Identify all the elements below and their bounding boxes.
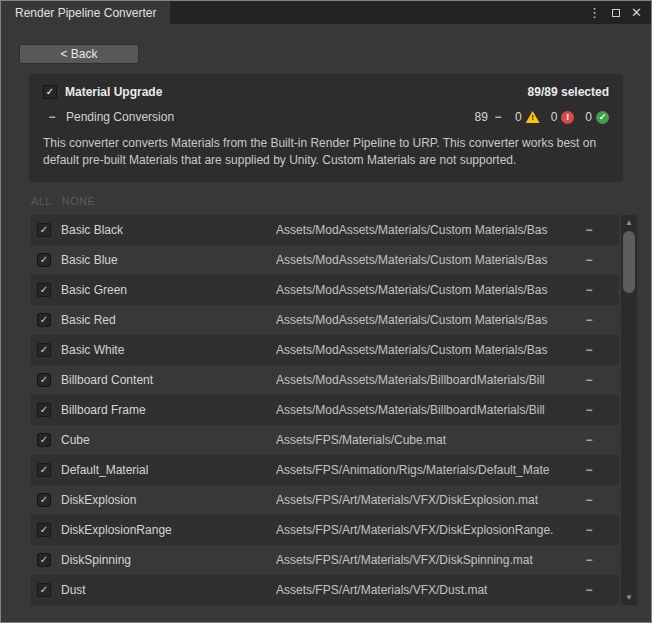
- warning-exclaim-glyph: !: [531, 113, 534, 123]
- material-row[interactable]: ✓ DiskExplosionRange Assets/FPS/Art/Mate…: [31, 515, 619, 545]
- row-status-icon: −: [569, 343, 609, 357]
- pending-label: Pending Conversion: [66, 110, 174, 124]
- success-check-glyph: ✓: [599, 113, 607, 122]
- row-checkbox[interactable]: ✓: [37, 313, 51, 327]
- list-controls: ALL NONE: [31, 195, 651, 207]
- material-row[interactable]: ✓ DiskExplosion Assets/FPS/Art/Materials…: [31, 485, 619, 515]
- material-path: Assets/ModAssets/Materials/Custom Materi…: [276, 253, 569, 267]
- row-checkbox[interactable]: ✓: [37, 403, 51, 417]
- status-counts: 89 − 0 ! 0 ! 0 ✓: [475, 110, 609, 124]
- titlebar-actions: ⋮ ✕: [586, 1, 651, 24]
- warning-icon: !: [526, 111, 540, 123]
- pending-count-group: 89 −: [475, 110, 504, 124]
- material-row[interactable]: ✓ Basic White Assets/ModAssets/Materials…: [31, 335, 619, 365]
- material-path: Assets/FPS/Animation/Rigs/Materials/Defa…: [276, 463, 569, 477]
- material-name: Billboard Frame: [61, 403, 276, 417]
- row-status-icon: −: [569, 283, 609, 297]
- back-button[interactable]: < Back: [19, 44, 139, 64]
- row-status-icon: −: [569, 253, 609, 267]
- material-path: Assets/FPS/Art/Materials/VFX/DiskExplosi…: [276, 523, 569, 537]
- pending-count: 89: [475, 110, 488, 124]
- scrollbar-track[interactable]: [621, 230, 637, 590]
- material-path: Assets/FPS/Art/Materials/VFX/DiskExplosi…: [276, 493, 569, 507]
- converter-panel: ✓ Material Upgrade 89/89 selected − Pend…: [29, 74, 623, 182]
- row-status-icon: −: [569, 493, 609, 507]
- kebab-menu-icon[interactable]: ⋮: [586, 4, 603, 22]
- row-checkbox[interactable]: ✓: [37, 433, 51, 447]
- material-path: Assets/ModAssets/Materials/Custom Materi…: [276, 283, 569, 297]
- material-row[interactable]: ✓ Basic Black Assets/ModAssets/Materials…: [31, 215, 619, 245]
- material-row[interactable]: ✓ DiskSpinning Assets/FPS/Art/Materials/…: [31, 545, 619, 575]
- row-checkbox[interactable]: ✓: [37, 373, 51, 387]
- window-title: Render Pipeline Converter: [15, 6, 156, 20]
- material-path: Assets/ModAssets/Materials/Custom Materi…: [276, 223, 569, 237]
- close-icon[interactable]: ✕: [628, 4, 645, 22]
- converter-header: ✓ Material Upgrade 89/89 selected: [43, 85, 609, 99]
- row-status-icon: −: [569, 433, 609, 447]
- material-name: Dust: [61, 583, 276, 597]
- material-row[interactable]: ✓ Cube Assets/FPS/Materials/Cube.mat −: [31, 425, 619, 455]
- success-icon: ✓: [596, 111, 609, 124]
- material-row[interactable]: ✓ Basic Green Assets/ModAssets/Materials…: [31, 275, 619, 305]
- converter-checkbox[interactable]: ✓: [43, 85, 57, 99]
- titlebar: Render Pipeline Converter ⋮ ✕: [1, 1, 651, 24]
- material-row[interactable]: ✓ Billboard Content Assets/ModAssets/Mat…: [31, 365, 619, 395]
- material-name: DiskSpinning: [61, 553, 276, 567]
- row-checkbox[interactable]: ✓: [37, 223, 51, 237]
- error-icon: !: [561, 111, 574, 124]
- error-count: 0: [551, 110, 558, 124]
- row-checkbox[interactable]: ✓: [37, 253, 51, 267]
- material-name: Basic Green: [61, 283, 276, 297]
- material-name: Cube: [61, 433, 276, 447]
- pending-minus-icon: −: [46, 110, 58, 124]
- row-status-icon: −: [569, 553, 609, 567]
- material-name: DiskExplosionRange: [61, 523, 276, 537]
- row-checkbox[interactable]: ✓: [37, 343, 51, 357]
- window-tab[interactable]: Render Pipeline Converter: [1, 1, 170, 24]
- row-status-icon: −: [569, 373, 609, 387]
- error-exclaim-glyph: !: [566, 113, 569, 122]
- row-checkbox[interactable]: ✓: [37, 523, 51, 537]
- error-count-group: 0 !: [551, 110, 575, 124]
- warning-count-group: 0 !: [515, 110, 540, 124]
- row-status-icon: −: [569, 313, 609, 327]
- select-none-button[interactable]: NONE: [62, 195, 95, 207]
- material-name: Billboard Content: [61, 373, 276, 387]
- warning-count: 0: [515, 110, 522, 124]
- select-all-button[interactable]: ALL: [31, 195, 52, 207]
- maximize-box-glyph: [612, 9, 620, 17]
- scrollbar[interactable]: ▲ ▼: [621, 215, 637, 605]
- converter-title: Material Upgrade: [65, 85, 162, 99]
- scrollbar-thumb[interactable]: [623, 231, 635, 293]
- row-status-icon: −: [569, 223, 609, 237]
- render-pipeline-converter-window: Render Pipeline Converter ⋮ ✕ < Back ✓ M…: [0, 0, 652, 623]
- row-checkbox[interactable]: ✓: [37, 463, 51, 477]
- pending-conversion-row[interactable]: − Pending Conversion 89 − 0 ! 0 ! 0 ✓: [43, 110, 609, 124]
- material-name: Basic Blue: [61, 253, 276, 267]
- material-row[interactable]: ✓ Dust Assets/FPS/Art/Materials/VFX/Dust…: [31, 575, 619, 605]
- scroll-down-icon[interactable]: ▼: [621, 590, 637, 605]
- converter-description: This converter converts Materials from t…: [43, 135, 609, 170]
- material-path: Assets/ModAssets/Materials/Custom Materi…: [276, 313, 569, 327]
- material-path: Assets/ModAssets/Materials/BillboardMate…: [276, 403, 569, 417]
- selected-count: 89/89 selected: [528, 85, 609, 99]
- material-row[interactable]: ✓ Default_Material Assets/FPS/Animation/…: [31, 455, 619, 485]
- material-path: Assets/FPS/Art/Materials/VFX/Dust.mat: [276, 583, 569, 597]
- success-count-group: 0 ✓: [585, 110, 609, 124]
- row-status-icon: −: [569, 523, 609, 537]
- row-checkbox[interactable]: ✓: [37, 583, 51, 597]
- material-name: Basic Black: [61, 223, 276, 237]
- row-checkbox[interactable]: ✓: [37, 493, 51, 507]
- material-list: ✓ Basic Black Assets/ModAssets/Materials…: [31, 215, 619, 605]
- material-name: DiskExplosion: [61, 493, 276, 507]
- material-row[interactable]: ✓ Basic Blue Assets/ModAssets/Materials/…: [31, 245, 619, 275]
- material-row[interactable]: ✓ Basic Red Assets/ModAssets/Materials/C…: [31, 305, 619, 335]
- material-row[interactable]: ✓ Billboard Frame Assets/ModAssets/Mater…: [31, 395, 619, 425]
- material-name: Default_Material: [61, 463, 276, 477]
- row-checkbox[interactable]: ✓: [37, 283, 51, 297]
- scroll-up-icon[interactable]: ▲: [621, 215, 637, 230]
- maximize-icon[interactable]: [607, 4, 624, 22]
- row-checkbox[interactable]: ✓: [37, 553, 51, 567]
- material-name: Basic White: [61, 343, 276, 357]
- row-status-icon: −: [569, 403, 609, 417]
